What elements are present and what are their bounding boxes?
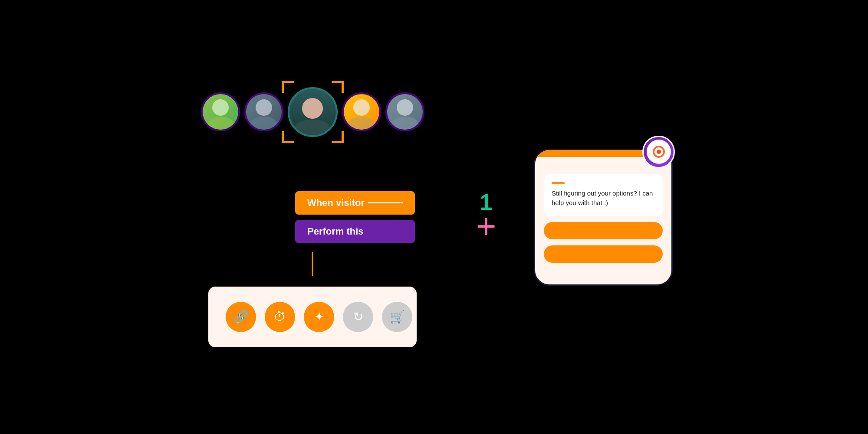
action-link-icon[interactable]: 🔗 (226, 302, 256, 332)
pink-plus-sign: + (476, 209, 496, 244)
bracket-tl (282, 81, 294, 93)
trigger-labels: When visitor Perform this (295, 191, 415, 243)
avatar-connector-line (312, 252, 313, 276)
chat-action-button-2[interactable] (544, 245, 663, 263)
phone-body: Still figuring out your options? I can h… (535, 157, 671, 271)
chat-bubble: Still figuring out your options? I can h… (544, 174, 663, 216)
bracket-bl (282, 131, 294, 143)
avatar-4[interactable] (342, 92, 381, 131)
bot-avatar-icon (642, 136, 675, 168)
middle-section: 1 + When visitor Perform this (464, 191, 508, 244)
chat-action-button-1[interactable] (544, 222, 663, 239)
avatar-1[interactable] (201, 92, 240, 131)
avatar-row (201, 87, 424, 137)
main-container: 🔗 ⏱ ✦ ↻ 🛒 1 + When visitor Perform this (0, 0, 868, 434)
perform-this-label[interactable]: Perform this (295, 220, 415, 243)
avatar-3-selected[interactable] (288, 87, 338, 137)
when-visitor-dashes (368, 202, 403, 203)
chat-bubble-text: Still figuring out your options? I can h… (552, 189, 655, 208)
bracket-tr (332, 81, 344, 93)
right-section: Still figuring out your options? I can h… (534, 149, 681, 286)
avatar-5[interactable] (385, 92, 424, 131)
action-click-icon[interactable]: ✦ (304, 302, 334, 332)
bracket-br (332, 131, 344, 143)
avatar-2[interactable] (244, 92, 283, 131)
action-panel: 🔗 ⏱ ✦ ↻ 🛒 (208, 287, 417, 347)
avatar-selected-wrapper (288, 87, 338, 137)
phone-mockup: Still figuring out your options? I can h… (534, 149, 673, 286)
content-area: 🔗 ⏱ ✦ ↻ 🛒 1 + When visitor Perform this (130, 44, 738, 391)
when-visitor-label[interactable]: When visitor (295, 191, 415, 215)
action-time-icon[interactable]: ⏱ (265, 302, 295, 332)
chat-bubble-accent (552, 182, 565, 184)
action-sync-icon[interactable]: ↻ (343, 302, 373, 332)
action-cart-icon[interactable]: 🛒 (382, 302, 412, 332)
